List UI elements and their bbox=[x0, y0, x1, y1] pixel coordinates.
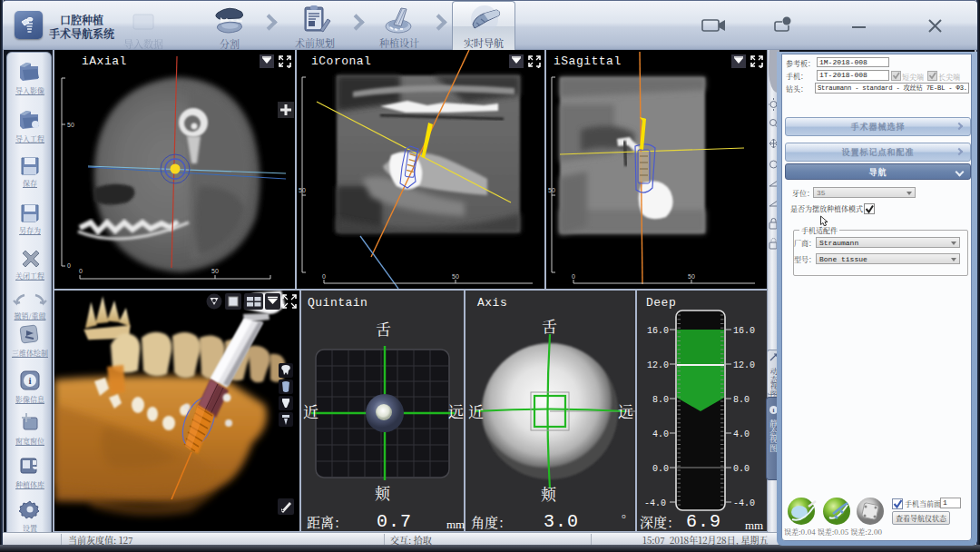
svg-text:0.0: 0.0 bbox=[652, 464, 669, 474]
svg-text:16.0: 16.0 bbox=[647, 326, 669, 336]
svg-text:12.0: 12.0 bbox=[733, 360, 755, 370]
svg-text:0: 0 bbox=[322, 273, 326, 280]
svg-text:50: 50 bbox=[211, 268, 219, 274]
svg-text:50: 50 bbox=[548, 187, 555, 193]
svg-text:8.0: 8.0 bbox=[652, 395, 669, 405]
svg-text:50: 50 bbox=[299, 187, 306, 193]
svg-text:12.0: 12.0 bbox=[647, 360, 669, 370]
svg-text:4.0: 4.0 bbox=[733, 429, 750, 439]
svg-text:i: i bbox=[773, 407, 775, 414]
svg-text:0: 0 bbox=[572, 273, 575, 280]
svg-text:i: i bbox=[28, 375, 31, 386]
svg-text:0: 0 bbox=[67, 262, 71, 269]
svg-text:0: 0 bbox=[79, 268, 83, 274]
svg-text:16.0: 16.0 bbox=[733, 326, 755, 336]
svg-text:50: 50 bbox=[688, 273, 695, 280]
svg-text:-4.0: -4.0 bbox=[733, 498, 755, 508]
svg-text:50: 50 bbox=[67, 122, 74, 128]
svg-text:!: ! bbox=[786, 18, 788, 25]
svg-text:4.0: 4.0 bbox=[652, 429, 669, 439]
svg-text:50: 50 bbox=[452, 273, 459, 280]
svg-text:-4.0: -4.0 bbox=[644, 498, 666, 508]
svg-text:8.0: 8.0 bbox=[733, 395, 750, 405]
svg-text:0.0: 0.0 bbox=[733, 464, 750, 474]
